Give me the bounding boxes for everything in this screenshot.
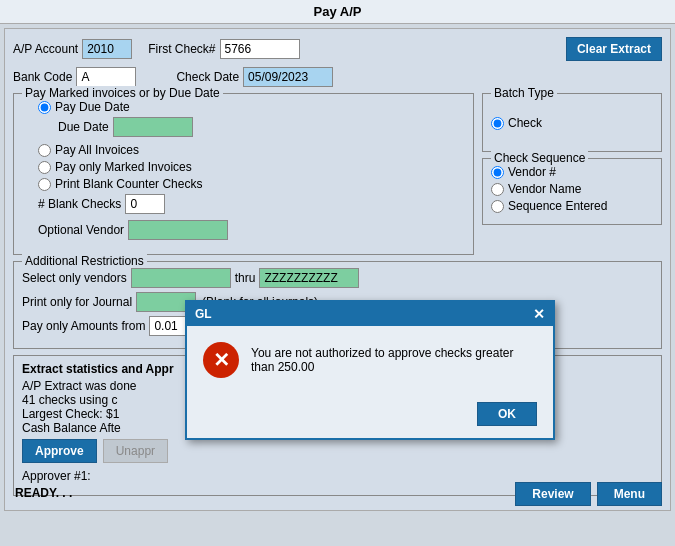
modal-dialog: GL ✕ ✕ You are not authorized to approve… xyxy=(185,300,555,440)
modal-footer: OK xyxy=(187,394,553,438)
modal-title-bar: GL ✕ xyxy=(187,302,553,326)
error-icon: ✕ xyxy=(203,342,239,378)
modal-ok-button[interactable]: OK xyxy=(477,402,537,426)
modal-close-button[interactable]: ✕ xyxy=(533,306,545,322)
modal-message: You are not authorized to approve checks… xyxy=(251,346,537,374)
modal-overlay: GL ✕ ✕ You are not authorized to approve… xyxy=(0,0,675,546)
modal-title: GL xyxy=(195,307,212,321)
modal-body: ✕ You are not authorized to approve chec… xyxy=(187,326,553,394)
